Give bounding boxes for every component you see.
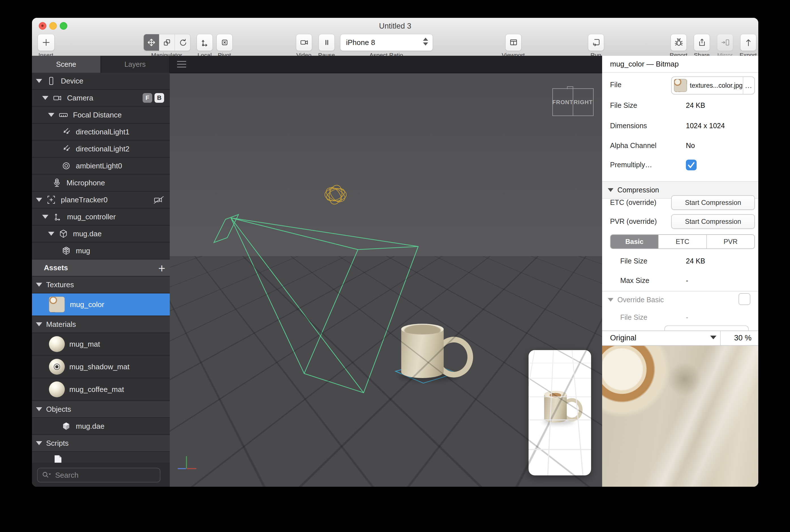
mirror-button[interactable] <box>717 34 733 51</box>
preview-zoom-value[interactable]: 30 % <box>734 334 752 342</box>
tree-item-directionallight2[interactable]: directionalLight2 <box>32 141 170 158</box>
disclosure-triangle-icon[interactable] <box>36 441 42 445</box>
move-icon <box>147 38 156 47</box>
etc-start-compression-button[interactable]: Start Compression <box>671 195 755 210</box>
section-objects[interactable]: Objects <box>32 401 170 418</box>
tree-item-focal-distance[interactable]: Focal Distance <box>32 107 170 124</box>
scale-icon <box>162 38 172 47</box>
app-window: Untitled 3 Insert Manipulator <box>32 18 758 487</box>
add-asset-button[interactable]: + <box>158 262 165 276</box>
disclosure-triangle-icon[interactable] <box>48 232 54 236</box>
disclosure-triangle-icon[interactable] <box>36 79 42 83</box>
tree-item-microphone[interactable]: Microphone <box>32 175 170 192</box>
asset-mug-coffee-mat[interactable]: mug_coffee_mat <box>32 378 170 401</box>
tree-item-directionallight1[interactable]: directionalLight1 <box>32 124 170 141</box>
preview-mode-select[interactable]: Original <box>610 334 636 342</box>
file-label: File <box>610 81 621 89</box>
tree-item-device[interactable]: Device <box>32 73 170 90</box>
camera-off-icon[interactable] <box>153 195 165 207</box>
front-view-button[interactable]: FRONT <box>552 88 573 116</box>
asset-mug-mat[interactable]: mug_mat <box>32 333 170 356</box>
file-chip[interactable]: textures...color.jpg … <box>671 76 755 95</box>
asset-mug-shadow-mat[interactable]: mug_shadow_mat <box>32 356 170 378</box>
asset-mug-dae[interactable]: mug.dae <box>32 418 170 435</box>
tree-item-mug-controller[interactable]: mug_controller <box>32 209 170 226</box>
pause-button[interactable] <box>319 34 335 51</box>
mug-3d-model[interactable] <box>401 326 463 383</box>
override-file-size-label: File Size <box>620 313 648 321</box>
material-sphere-thumbnail <box>49 381 65 397</box>
disclosure-triangle-icon[interactable] <box>42 96 49 100</box>
file-size-value: 24 KB <box>686 101 705 110</box>
preview-mode-bar: Original 30 % <box>602 330 758 346</box>
tree-item-camera[interactable]: Camera F B <box>32 90 170 107</box>
move-tool-button[interactable] <box>144 34 159 51</box>
compression-label: Compression <box>617 186 659 194</box>
local-button[interactable] <box>197 34 213 51</box>
asset-label: mug_coffee_mat <box>69 385 124 394</box>
disclosure-triangle-icon[interactable] <box>36 198 42 202</box>
tree-item-mug-mesh[interactable]: mug <box>32 243 170 260</box>
tree-item-label: ambientLight0 <box>76 162 122 170</box>
chevron-down-icon[interactable] <box>710 336 716 339</box>
section-label: Textures <box>46 281 74 289</box>
tree-item-ambientlight0[interactable]: ambientLight0 <box>32 158 170 175</box>
scale-tool-button[interactable] <box>159 34 175 51</box>
tree-item-planetracker0[interactable]: planeTracker0 <box>32 192 170 209</box>
tree-item-label: directionalLight2 <box>76 145 129 153</box>
disclosure-triangle-icon[interactable] <box>36 407 42 411</box>
disclosure-triangle-icon[interactable] <box>42 215 49 219</box>
search-input[interactable]: Search <box>37 468 160 482</box>
rotate-tool-button[interactable] <box>175 34 190 51</box>
alpha-channel-value: No <box>686 141 695 150</box>
tab-scene[interactable]: Scene <box>32 56 101 73</box>
segment-etc[interactable]: ETC <box>659 235 707 248</box>
badge-background[interactable]: B <box>154 93 164 103</box>
pivot-button[interactable] <box>216 34 233 51</box>
pause-icon <box>322 38 331 47</box>
viewport-menu-icon[interactable] <box>176 60 187 69</box>
share-button[interactable] <box>694 34 710 51</box>
disclosure-triangle-icon[interactable] <box>36 283 42 287</box>
disclosure-triangle-icon[interactable] <box>36 322 42 326</box>
disclosure-triangle-icon[interactable] <box>48 113 54 117</box>
pvr-override-label: PVR (override) <box>610 217 657 226</box>
aspect-ratio-select[interactable]: iPhone 8 <box>340 34 433 51</box>
material-sphere-thumbnail <box>49 359 65 375</box>
tree-item-mug-dae[interactable]: mug.dae <box>32 226 170 243</box>
section-materials[interactable]: Materials <box>32 316 170 333</box>
disclosure-triangle-icon[interactable] <box>608 188 613 192</box>
video-button[interactable] <box>296 34 312 51</box>
premultiply-checkbox[interactable] <box>686 159 697 170</box>
segment-pvr[interactable]: PVR <box>707 235 754 248</box>
scene-tree: Device Camera F B Focal Di <box>32 73 170 463</box>
badge-foreground[interactable]: F <box>142 93 152 103</box>
section-scripts[interactable]: Scripts <box>32 435 170 452</box>
tree-item-label: Device <box>61 77 83 86</box>
inspector-header: mug_color — Bitmap <box>602 56 758 73</box>
texture-preview <box>602 345 758 487</box>
search-placeholder: Search <box>55 471 78 480</box>
insert-button[interactable] <box>38 34 55 51</box>
manipulator-segmented <box>143 34 190 51</box>
override-basic-checkbox[interactable] <box>738 293 750 305</box>
export-button[interactable] <box>740 34 756 51</box>
segment-basic[interactable]: Basic <box>611 235 659 248</box>
assets-header: Assets + <box>32 260 170 277</box>
asset-mug-color[interactable]: mug_color <box>32 293 170 316</box>
report-button[interactable] <box>671 34 687 51</box>
file-name: textures...color.jpg <box>690 82 743 90</box>
tab-layers[interactable]: Layers <box>101 56 170 73</box>
pvr-start-compression-button[interactable]: Start Compression <box>671 214 755 229</box>
disclosure-triangle-icon[interactable] <box>608 298 613 302</box>
microphone-icon <box>52 178 62 188</box>
asset-script-partial[interactable] <box>32 452 170 463</box>
file-more-button[interactable]: … <box>743 77 754 94</box>
viewport-button[interactable] <box>505 34 521 51</box>
override-basic-header[interactable]: Override Basic <box>602 291 758 308</box>
section-textures[interactable]: Textures <box>32 277 170 293</box>
right-view-button[interactable]: RIGHT <box>573 88 594 116</box>
mug-body <box>401 328 444 378</box>
viewport-3d[interactable]: FRONT RIGHT <box>170 56 602 487</box>
run-button[interactable] <box>588 34 604 51</box>
